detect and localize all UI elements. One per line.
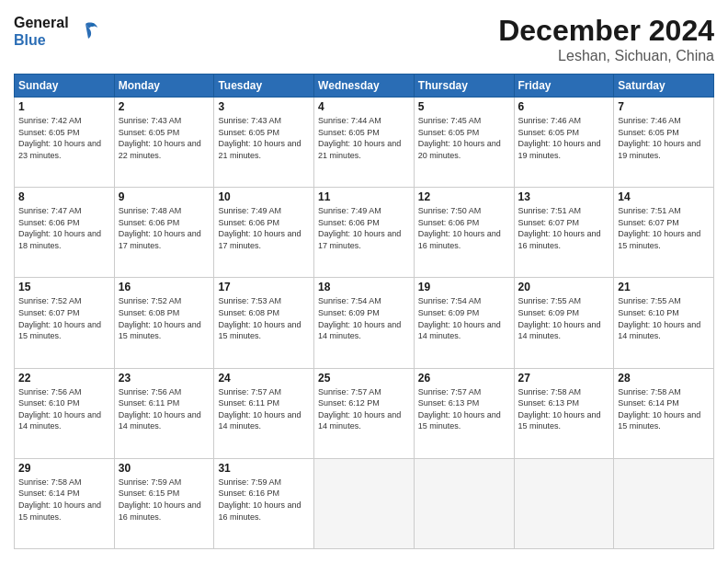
calendar-cell: 2Sunrise: 7:43 AMSunset: 6:05 PMDaylight… [114,98,214,188]
day-info: Sunrise: 7:58 AMSunset: 6:13 PMDaylight:… [518,386,610,432]
day-number: 16 [119,281,210,293]
calendar-day-header: Tuesday [214,75,314,98]
calendar-cell: 9Sunrise: 7:48 AMSunset: 6:06 PMDaylight… [114,188,214,278]
calendar-cell [314,458,415,548]
logo-bird-icon [73,18,98,44]
day-number: 9 [119,190,210,203]
title-section: December 2024 Leshan, Sichuan, China [498,14,714,64]
logo-general: General [14,14,69,31]
calendar-cell: 27Sunrise: 7:58 AMSunset: 6:13 PMDayligh… [514,368,614,458]
calendar-header-row: SundayMondayTuesdayWednesdayThursdayFrid… [15,75,714,98]
day-number: 4 [318,100,410,113]
calendar-cell: 31Sunrise: 7:59 AMSunset: 6:16 PMDayligh… [214,458,314,548]
day-info: Sunrise: 7:51 AMSunset: 6:07 PMDaylight:… [518,205,610,251]
day-info: Sunrise: 7:52 AMSunset: 6:08 PMDaylight:… [119,295,210,341]
logo-blue: Blue [14,31,69,49]
day-number: 26 [418,372,510,385]
day-number: 11 [318,190,410,203]
day-number: 18 [318,281,410,293]
calendar-cell: 14Sunrise: 7:51 AMSunset: 6:07 PMDayligh… [614,188,714,278]
calendar-cell: 28Sunrise: 7:58 AMSunset: 6:14 PMDayligh… [614,368,714,458]
day-number: 21 [618,281,710,293]
day-number: 25 [318,372,410,385]
day-info: Sunrise: 7:43 AMSunset: 6:05 PMDaylight:… [218,115,310,161]
calendar-cell: 1Sunrise: 7:42 AMSunset: 6:05 PMDaylight… [15,98,115,188]
calendar-cell: 17Sunrise: 7:53 AMSunset: 6:08 PMDayligh… [214,278,314,368]
day-info: Sunrise: 7:57 AMSunset: 6:12 PMDaylight:… [318,386,410,432]
day-number: 22 [18,372,110,385]
day-info: Sunrise: 7:58 AMSunset: 6:14 PMDaylight:… [18,477,110,523]
day-number: 30 [119,462,210,475]
day-info: Sunrise: 7:59 AMSunset: 6:15 PMDaylight:… [119,477,210,523]
day-info: Sunrise: 7:46 AMSunset: 6:05 PMDaylight:… [518,115,610,161]
day-info: Sunrise: 7:54 AMSunset: 6:09 PMDaylight:… [418,295,510,341]
day-info: Sunrise: 7:54 AMSunset: 6:09 PMDaylight:… [318,295,410,341]
day-info: Sunrise: 7:55 AMSunset: 6:10 PMDaylight:… [618,295,710,341]
day-info: Sunrise: 7:52 AMSunset: 6:07 PMDaylight:… [18,295,110,341]
day-number: 14 [618,190,710,203]
calendar-cell: 8Sunrise: 7:47 AMSunset: 6:06 PMDaylight… [15,188,115,278]
calendar-day-header: Friday [514,75,614,98]
calendar-subtitle: Leshan, Sichuan, China [498,48,714,64]
day-info: Sunrise: 7:59 AMSunset: 6:16 PMDaylight:… [218,477,310,523]
calendar-cell: 29Sunrise: 7:58 AMSunset: 6:14 PMDayligh… [15,458,115,548]
day-number: 24 [218,372,310,385]
calendar-cell: 21Sunrise: 7:55 AMSunset: 6:10 PMDayligh… [614,278,714,368]
calendar-cell: 5Sunrise: 7:45 AMSunset: 6:05 PMDaylight… [414,98,514,188]
day-info: Sunrise: 7:47 AMSunset: 6:06 PMDaylight:… [18,205,110,251]
calendar-cell: 13Sunrise: 7:51 AMSunset: 6:07 PMDayligh… [514,188,614,278]
day-number: 12 [418,190,510,203]
calendar-week-row: 29Sunrise: 7:58 AMSunset: 6:14 PMDayligh… [15,458,714,548]
calendar-title: December 2024 [498,14,714,48]
calendar-day-header: Sunday [15,75,115,98]
calendar-cell: 18Sunrise: 7:54 AMSunset: 6:09 PMDayligh… [314,278,415,368]
day-info: Sunrise: 7:56 AMSunset: 6:11 PMDaylight:… [119,386,210,432]
calendar-cell: 24Sunrise: 7:57 AMSunset: 6:11 PMDayligh… [214,368,314,458]
calendar-cell: 10Sunrise: 7:49 AMSunset: 6:06 PMDayligh… [214,188,314,278]
calendar-week-row: 15Sunrise: 7:52 AMSunset: 6:07 PMDayligh… [15,278,714,368]
calendar-cell [414,458,514,548]
day-info: Sunrise: 7:53 AMSunset: 6:08 PMDaylight:… [218,295,310,341]
day-info: Sunrise: 7:51 AMSunset: 6:07 PMDaylight:… [618,205,710,251]
calendar-day-header: Monday [114,75,214,98]
calendar-day-header: Thursday [414,75,514,98]
day-number: 15 [18,281,110,293]
calendar-week-row: 8Sunrise: 7:47 AMSunset: 6:06 PMDaylight… [15,188,714,278]
calendar-day-header: Saturday [614,75,714,98]
calendar-week-row: 22Sunrise: 7:56 AMSunset: 6:10 PMDayligh… [15,368,714,458]
calendar-cell: 20Sunrise: 7:55 AMSunset: 6:09 PMDayligh… [514,278,614,368]
calendar-cell: 15Sunrise: 7:52 AMSunset: 6:07 PMDayligh… [15,278,115,368]
calendar-cell: 12Sunrise: 7:50 AMSunset: 6:06 PMDayligh… [414,188,514,278]
day-number: 8 [18,190,110,203]
day-info: Sunrise: 7:49 AMSunset: 6:06 PMDaylight:… [218,205,310,251]
day-number: 1 [18,100,110,113]
day-number: 31 [218,462,310,475]
day-info: Sunrise: 7:58 AMSunset: 6:14 PMDaylight:… [618,386,710,432]
day-info: Sunrise: 7:48 AMSunset: 6:06 PMDaylight:… [119,205,210,251]
calendar-cell: 25Sunrise: 7:57 AMSunset: 6:12 PMDayligh… [314,368,415,458]
day-info: Sunrise: 7:42 AMSunset: 6:05 PMDaylight:… [18,115,110,161]
day-number: 13 [518,190,610,203]
header: General Blue December 2024 Leshan, Sichu… [14,14,714,64]
day-info: Sunrise: 7:46 AMSunset: 6:05 PMDaylight:… [618,115,710,161]
day-info: Sunrise: 7:56 AMSunset: 6:10 PMDaylight:… [18,386,110,432]
calendar-cell: 3Sunrise: 7:43 AMSunset: 6:05 PMDaylight… [214,98,314,188]
page: General Blue December 2024 Leshan, Sichu… [0,0,728,563]
day-info: Sunrise: 7:44 AMSunset: 6:05 PMDaylight:… [318,115,410,161]
calendar-cell: 7Sunrise: 7:46 AMSunset: 6:05 PMDaylight… [614,98,714,188]
day-info: Sunrise: 7:55 AMSunset: 6:09 PMDaylight:… [518,295,610,341]
day-number: 27 [518,372,610,385]
calendar-table: SundayMondayTuesdayWednesdayThursdayFrid… [14,74,714,549]
calendar-cell: 11Sunrise: 7:49 AMSunset: 6:06 PMDayligh… [314,188,415,278]
calendar-cell: 16Sunrise: 7:52 AMSunset: 6:08 PMDayligh… [114,278,214,368]
day-info: Sunrise: 7:57 AMSunset: 6:13 PMDaylight:… [418,386,510,432]
logo: General Blue [14,14,98,49]
day-number: 23 [119,372,210,385]
calendar-cell [514,458,614,548]
day-number: 2 [119,100,210,113]
day-info: Sunrise: 7:49 AMSunset: 6:06 PMDaylight:… [318,205,410,251]
calendar-week-row: 1Sunrise: 7:42 AMSunset: 6:05 PMDaylight… [15,98,714,188]
day-number: 5 [418,100,510,113]
day-info: Sunrise: 7:50 AMSunset: 6:06 PMDaylight:… [418,205,510,251]
calendar-cell: 19Sunrise: 7:54 AMSunset: 6:09 PMDayligh… [414,278,514,368]
